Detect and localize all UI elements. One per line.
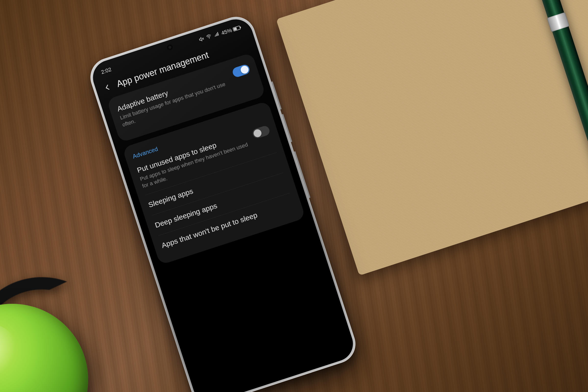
adaptive-battery-toggle[interactable] [232,64,251,78]
notebook-prop [276,0,588,276]
mute-icon [198,36,205,44]
headphone-prop [0,304,88,392]
battery-icon [232,26,240,31]
back-button[interactable] [101,80,114,94]
wifi-icon [206,33,213,42]
svg-point-0 [209,38,210,38]
signal-icon [213,31,220,39]
put-unused-apps-toggle[interactable] [251,125,271,140]
chevron-left-icon [103,83,112,92]
